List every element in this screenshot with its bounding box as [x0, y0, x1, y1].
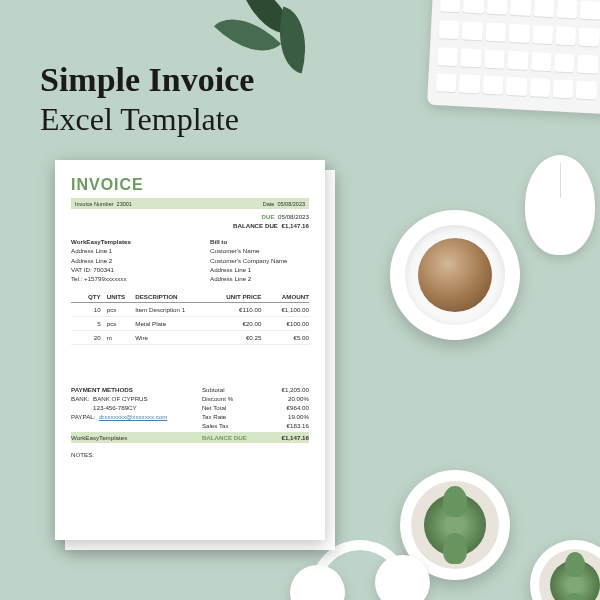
from-line1: Address Line 1	[71, 246, 170, 255]
from-vat: VAT ID: 700341	[71, 265, 170, 274]
subtotal-label: Subtotal	[202, 386, 262, 393]
due-label: DUE	[262, 213, 275, 220]
invoice-number-label: Invoice Number	[75, 201, 114, 207]
address-block: WorkEasyTemplates Address Line 1 Address…	[71, 237, 309, 283]
col-unit-price: UNIT PRICE	[214, 293, 262, 300]
bank-name: BANK OF CYPRUS	[93, 395, 148, 402]
coffee-prop	[390, 210, 520, 340]
bank-label: BANK:	[71, 395, 90, 402]
invoice-title: INVOICE	[71, 176, 309, 194]
invoice-pages: INVOICE Invoice Number 23001 Date 05/08/…	[55, 160, 335, 555]
subtotal-value: €1,205.00	[261, 386, 309, 393]
balance-due-value: €1,147.16	[281, 222, 309, 229]
net-value: €964.00	[261, 404, 309, 411]
billto-address: Bill to Customer's Name Customer's Compa…	[210, 237, 309, 283]
taxrate-value: 19.00%	[261, 413, 309, 420]
col-qty: QTY	[71, 293, 107, 300]
balance-row: BALANCE DUE €1,147.16	[71, 222, 309, 229]
line-items-table: QTY UNITS DESCRIPTION UNIT PRICE AMOUNT …	[71, 291, 309, 345]
net-label: Net Total	[202, 404, 262, 411]
invoice-page: INVOICE Invoice Number 23001 Date 05/08/…	[55, 160, 325, 540]
final-balance-value: €1,147.16	[261, 434, 309, 441]
balance-due-label: BALANCE DUE	[233, 222, 278, 229]
table-row: 5 pcs Metal Plate €20.00 €100.00	[71, 317, 309, 331]
bank-acct: 123-456-789CY	[71, 404, 202, 411]
billto-line2: Address Line 2	[210, 274, 309, 283]
taxrate-label: Tax Rate	[202, 413, 262, 420]
summary-block: PAYMENT METHODSSubtotal€1,205.00 BANK: B…	[71, 385, 309, 443]
headline-line2: Excel Template	[40, 101, 254, 138]
table-row: 10 pcs Item Description 1 €110.00 €1,100…	[71, 303, 309, 317]
mouse-prop	[525, 155, 595, 255]
discount-value: 20.00%	[261, 395, 309, 402]
billto-label: Bill to	[210, 237, 309, 246]
plant-prop-small	[530, 540, 600, 600]
invoice-header-bar: Invoice Number 23001 Date 05/08/2023	[71, 198, 309, 209]
salestax-label: Sales Tax	[202, 422, 262, 429]
table-header: QTY UNITS DESCRIPTION UNIT PRICE AMOUNT	[71, 291, 309, 303]
final-balance-label: BALANCE DUE	[202, 434, 262, 441]
col-description: DESCRIPTION	[135, 293, 214, 300]
billto-name: Customer's Name	[210, 246, 309, 255]
headline-line1: Simple Invoice	[40, 60, 254, 99]
invoice-number: 23001	[117, 201, 132, 207]
table-row: 20 m Wire €0.25 €5.00	[71, 331, 309, 345]
payment-label: PAYMENT METHODS	[71, 386, 202, 393]
paypal-email: drxxxxxxx@xxxxxxx.com	[99, 413, 168, 420]
date-label: Date	[263, 201, 275, 207]
billto-line1: Address Line 1	[210, 265, 309, 274]
from-line2: Address Line 2	[71, 256, 170, 265]
notes-label: NOTES:	[71, 451, 309, 458]
paypal-label: PAYPAL:	[71, 413, 95, 420]
signer: WorkEasyTemplates	[71, 434, 202, 441]
from-name: WorkEasyTemplates	[71, 237, 170, 246]
from-address: WorkEasyTemplates Address Line 1 Address…	[71, 237, 170, 283]
from-tel: Tel.: +15799xxxxxxx	[71, 274, 170, 283]
salestax-value: €183.16	[261, 422, 309, 429]
date-value: 05/08/2023	[277, 201, 305, 207]
due-row: DUE 05/08/2023	[71, 213, 309, 220]
discount-label: Discount %	[202, 395, 262, 402]
col-amount: AMOUNT	[261, 293, 309, 300]
keyboard-prop	[427, 0, 600, 115]
due-date: 05/08/2023	[278, 213, 309, 220]
billto-company: Customer's Company Name	[210, 256, 309, 265]
col-units: UNITS	[107, 293, 136, 300]
headline: Simple Invoice Excel Template	[40, 60, 254, 138]
